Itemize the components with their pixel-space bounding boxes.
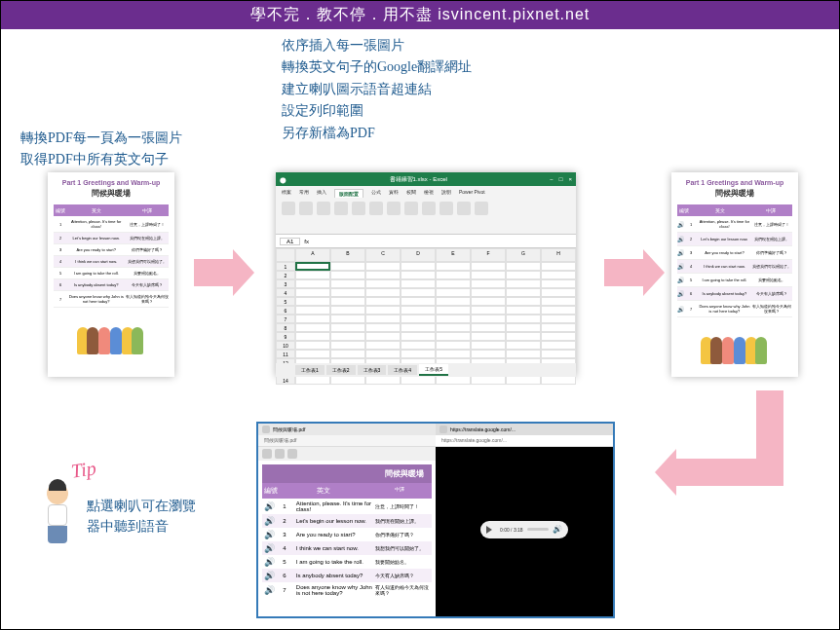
- ribbon-tab[interactable]: 檢視: [424, 189, 434, 198]
- progress-bar[interactable]: [527, 528, 549, 531]
- speaker-icon[interactable]: 🔊: [677, 246, 685, 259]
- table-row: 🔊4I think we can start now.我想我們可以開始了。: [262, 541, 432, 555]
- table-row: 2Let's begin our lesson now.我們現在開始上課。: [54, 233, 169, 244]
- ribbon-tools: [282, 202, 570, 215]
- sheet-tab[interactable]: 工作表5: [419, 364, 448, 376]
- table-row: 4I think we can start now.我想我們可以開始了。: [54, 256, 169, 268]
- speaker-icon[interactable]: 🔊: [677, 274, 685, 286]
- sheet-tab[interactable]: 工作表3: [358, 365, 387, 375]
- volume-icon[interactable]: 🔊: [553, 525, 562, 534]
- annot-line: 設定列印範圍: [282, 100, 472, 122]
- excel-titlebar: ⬤ 書籍練習1.xlsx - Excel − □ ×: [276, 172, 576, 186]
- zoom-icon[interactable]: [287, 449, 297, 459]
- ribbon-tab[interactable]: 常用: [299, 189, 309, 198]
- table-row: 5I am going to take the roll.我要開始點名。: [54, 268, 169, 279]
- table-row: 🔊3Are you ready to start?你們準備好了嗎？: [262, 528, 432, 541]
- table-row: 🔊6Is anybody absent today?今天有人缺席嗎？: [262, 569, 432, 582]
- speaker-icon[interactable]: 🔊: [677, 260, 685, 273]
- pdf-content: 問候與暖場 編號英文中譯 🔊1Attention, please. It's t…: [258, 461, 436, 602]
- speaker-icon[interactable]: 🔊: [677, 303, 685, 315]
- sheet-tab[interactable]: 工作表2: [326, 365, 356, 375]
- speaker-icon[interactable]: 🔊: [262, 585, 277, 595]
- table-row: 6Is anybody absent today?今天有人缺席嗎？: [54, 279, 169, 291]
- table-row: 🔊6Is anybody absent today?今天有人缺席嗎？: [677, 287, 792, 301]
- table-row: 🔊5I am going to take the roll.我要開始點名。: [262, 555, 432, 569]
- excel-window: ⬤ 書籍練習1.xlsx - Excel − □ × 檔案常用插入版面配置公式資…: [276, 172, 576, 377]
- ribbon-tab[interactable]: 檔案: [282, 189, 291, 198]
- tip-character: [40, 483, 75, 549]
- browser-tabs: 問候與暖場.pdf: [258, 424, 436, 435]
- table-row: 1Attention, please. It's time for class!…: [54, 216, 169, 233]
- url-bar[interactable]: https://translate.google.com/...: [436, 435, 613, 447]
- browser-left-pane: 問候與暖場.pdf 問候與暖場.pdf 問候與暖場 編號英文中譯 🔊1Atten…: [258, 424, 436, 616]
- annot-line: 取得PDF中所有英文句子: [20, 149, 182, 170]
- table-header: 編號英文中譯: [54, 204, 169, 216]
- url-bar[interactable]: 問候與暖場.pdf: [258, 435, 436, 447]
- speaker-icon[interactable]: 🔊: [262, 501, 277, 511]
- section-title: 問候與暖場: [262, 464, 432, 483]
- sheet-tab[interactable]: 工作表4: [388, 365, 417, 375]
- ribbon-tab[interactable]: 插入: [317, 189, 326, 198]
- cell-reference[interactable]: A1: [280, 238, 300, 245]
- table-header: 編號英文中譯: [262, 483, 432, 499]
- ribbon-tab[interactable]: 說明: [441, 189, 451, 198]
- ribbon-tab[interactable]: 校閱: [406, 189, 416, 198]
- annotation-middle: 依序插入每一張圖片 轉換英文句子的Google翻譯網址 建立喇叭圖示語音超連結 …: [282, 35, 472, 144]
- annotation-left: 轉換PDF每一頁為一張圖片 取得PDF中所有英文句子: [20, 128, 182, 171]
- maximize-icon[interactable]: □: [559, 176, 563, 182]
- table-row: 🔊5I am going to take the roll.我要開始點名。: [677, 274, 792, 287]
- speaker-icon[interactable]: 🔊: [262, 543, 277, 553]
- ribbon-tab[interactable]: 資料: [389, 189, 399, 198]
- play-icon[interactable]: [486, 526, 496, 534]
- speaker-icon[interactable]: 🔊: [677, 287, 685, 300]
- browser-right-pane: https://translate.google.com/... https:/…: [436, 424, 613, 616]
- speaker-icon[interactable]: 🔊: [262, 571, 277, 580]
- browser-tabs: https://translate.google.com/...: [436, 424, 613, 435]
- annot-line: 建立喇叭圖示語音超連結: [282, 79, 472, 100]
- annot-line: 另存新檔為PDF: [282, 123, 472, 144]
- page-header: 學不完．教不停．用不盡 isvincent.pixnet.net: [1, 1, 839, 29]
- table-row: 🔊1Attention, please. It's time for class…: [677, 216, 792, 233]
- speaker-icon[interactable]: 🔊: [677, 218, 685, 231]
- pdf-toolbar: [258, 447, 436, 461]
- speaker-icon[interactable]: 🔊: [262, 557, 277, 567]
- table-row: 🔊2Let's begin our lesson now.我們現在開始上課。: [262, 514, 432, 528]
- tip-text: 點選喇叭可在瀏覽器中聽到語音: [87, 496, 196, 537]
- table-row: 3Are you ready to start?你們準備好了嗎？: [54, 244, 169, 256]
- table-row: 7Does anyone know why John is not here t…: [54, 291, 169, 308]
- table-row: 🔊3Are you ready to start?你們準備好了嗎？: [677, 246, 792, 260]
- browser-window: 問候與暖場.pdf 問候與暖場.pdf 問候與暖場 編號英文中譯 🔊1Atten…: [256, 422, 615, 618]
- speaker-icon[interactable]: 🔊: [262, 516, 277, 526]
- sheet-tabs: 工作表1工作表2工作表3工作表4工作表5: [276, 363, 576, 377]
- ribbon-tab[interactable]: 版面配置: [334, 189, 363, 198]
- audio-player[interactable]: 0:00 / 3:18 🔊: [480, 521, 568, 538]
- excel-title: 書籍練習1.xlsx - Excel: [292, 175, 544, 184]
- pdf-source-thumbnail: Part 1 Greetings and Warm-up問候與暖場 編號英文中譯…: [48, 172, 174, 377]
- pdf-title: Part 1 Greetings and Warm-up問候與暖場: [54, 178, 169, 199]
- fx-icon[interactable]: fx: [304, 239, 309, 244]
- pdf-title: Part 1 Greetings and Warm-up問候與暖場: [677, 178, 792, 199]
- table-row: 🔊1Attention, please. It's time for class…: [262, 499, 432, 514]
- table-header: 編號英文中譯: [677, 204, 792, 216]
- close-icon[interactable]: ×: [568, 176, 572, 182]
- flow-arrow-down-left: [756, 390, 783, 459]
- flow-arrow-right-1: [194, 259, 233, 286]
- ribbon-tab[interactable]: 公式: [371, 189, 381, 198]
- speaker-icon[interactable]: 🔊: [677, 233, 685, 245]
- menu-icon[interactable]: [262, 449, 272, 459]
- excel-autosave-icon: ⬤: [280, 176, 286, 183]
- tip-label: Tip: [70, 457, 98, 482]
- pdf-output-thumbnail: Part 1 Greetings and Warm-up問候與暖場 編號英文中譯…: [671, 172, 798, 377]
- annot-line: 依序插入每一張圖片: [282, 35, 472, 56]
- nav-icon[interactable]: [275, 449, 285, 459]
- table-row: 🔊7Does anyone know why John is not here …: [677, 301, 792, 317]
- speaker-icon[interactable]: 🔊: [262, 530, 277, 539]
- people-illustration: [77, 314, 145, 354]
- ribbon-tab[interactable]: Power Pivot: [459, 189, 485, 198]
- sheet-tab[interactable]: 工作表1: [295, 365, 325, 375]
- minimize-icon[interactable]: −: [550, 176, 554, 182]
- people-illustration: [701, 323, 769, 364]
- table-row: 🔊7Does anyone know why John is not here …: [262, 582, 432, 598]
- annot-line: 轉換英文句子的Google翻譯網址: [282, 56, 472, 78]
- audio-time: 0:00 / 3:18: [500, 527, 523, 533]
